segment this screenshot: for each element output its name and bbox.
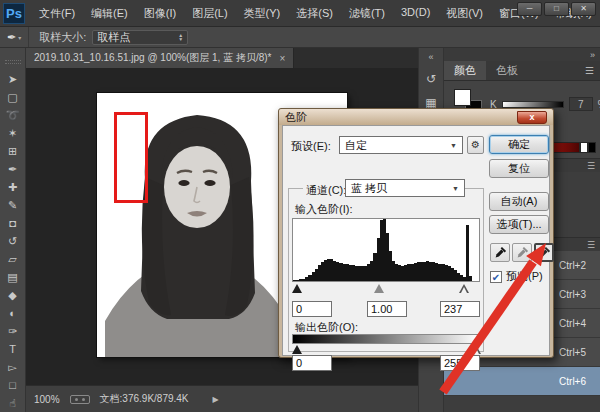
sample-size-select[interactable]: 取样点 ▲▼ — [92, 30, 188, 45]
output-white-field[interactable] — [440, 355, 480, 371]
panel-menu-icon[interactable]: ☰ — [585, 65, 594, 76]
dialog-close-button[interactable]: x — [517, 111, 547, 124]
expand-panels-icon[interactable]: » — [590, 50, 595, 60]
channel-shortcut-label: Ctrl+4 — [559, 318, 586, 329]
channel-select[interactable]: 蓝 拷贝▼ — [345, 179, 465, 197]
history-brush-tool[interactable]: ↺ — [2, 232, 24, 250]
sample-size-value: 取样点 — [97, 30, 130, 45]
eyedropper-black-icon — [494, 246, 507, 259]
preset-select[interactable]: 自定▼ — [339, 136, 463, 154]
magic-wand-tool[interactable]: ✶ — [2, 124, 24, 142]
collapse-panels-icon[interactable]: « — [428, 52, 433, 62]
k-value-field[interactable]: 7 — [569, 97, 593, 111]
input-black-field[interactable] — [292, 301, 332, 317]
document-tab[interactable]: 2019.10.31_10.16.51.jpg @ 100%(图层 1, 蓝 拷… — [26, 48, 294, 68]
menu-item[interactable]: 3D(D) — [393, 6, 438, 21]
channels-menu-icon[interactable]: ☰ — [587, 240, 595, 250]
document-title: 2019.10.31_10.16.51.jpg @ 100%(图层 1, 蓝 拷… — [34, 51, 272, 65]
menu-item[interactable]: 图层(L) — [184, 6, 235, 21]
input-gamma-field[interactable] — [367, 301, 407, 317]
menu-item[interactable]: 文件(F) — [31, 6, 83, 21]
ramp-white-swatch[interactable] — [580, 142, 588, 153]
path-select-tool[interactable]: ▻ — [2, 358, 24, 376]
type-tool[interactable]: T — [2, 340, 24, 358]
levels-dialog-titlebar[interactable]: 色阶 x — [279, 109, 553, 125]
panel-menu-icon[interactable]: ☰ — [587, 161, 595, 171]
output-gradient-bar — [292, 334, 480, 344]
eyedropper-tool[interactable]: ✒ — [2, 160, 24, 178]
pen-tool[interactable]: ✑ — [2, 322, 24, 340]
dialog-title: 色阶 — [285, 110, 307, 125]
marquee-tool[interactable]: ▢ — [2, 88, 24, 106]
preset-label: 预设(E): — [291, 139, 331, 154]
gradient-tool[interactable]: ▤ — [2, 268, 24, 286]
preview-checkbox[interactable]: ✔ — [490, 271, 502, 283]
preset-gear-button[interactable]: ⚙ — [467, 136, 484, 154]
input-white-field[interactable] — [440, 301, 480, 317]
status-expand-icon[interactable]: ▶ — [213, 395, 219, 404]
tab-color[interactable]: 颜色 — [444, 61, 486, 80]
brush-tool[interactable]: ✎ — [2, 196, 24, 214]
options-button[interactable]: 选项(T)... — [489, 215, 549, 234]
window-controls: ─□✕ — [517, 2, 596, 16]
blur-tool[interactable]: ◆ — [2, 286, 24, 304]
status-bar: 100% 文档:376.9K/879.4K ▶ — [26, 385, 418, 412]
channel-shortcut-label: Ctrl+2 — [559, 260, 586, 271]
preview-label: 预览(P) — [506, 269, 543, 284]
channel-shortcut-label: Ctrl+5 — [559, 347, 586, 358]
minimize-button[interactable]: ─ — [517, 2, 542, 16]
output-black-field[interactable] — [292, 355, 332, 371]
tool-list: ➤▢➰✶⊞✒✚✎◘↺▱▤◆◐✑T▻□☝ — [2, 70, 24, 412]
levels-dialog[interactable]: 色阶 x 预设(E): 自定▼ ⚙ 确定 复位 自动(A) 选项(T)... ✔… — [278, 108, 554, 358]
menu-item[interactable]: 滤镜(T) — [341, 6, 393, 21]
crop-tool[interactable]: ⊞ — [2, 142, 24, 160]
palette-grip[interactable] — [5, 60, 21, 64]
dodge-tool[interactable]: ◐ — [2, 304, 24, 322]
move-tool[interactable]: ➤ — [2, 70, 24, 88]
output-white-slider[interactable] — [471, 345, 481, 354]
healing-brush-tool[interactable]: ✚ — [2, 178, 24, 196]
black-point-eyedropper[interactable] — [490, 243, 510, 262]
channels-empty-area — [444, 396, 600, 412]
white-point-eyedropper[interactable] — [534, 243, 554, 262]
menu-item[interactable]: 图像(I) — [136, 6, 184, 21]
gray-point-eyedropper[interactable] — [512, 243, 532, 262]
ramp-black-swatch[interactable] — [588, 142, 596, 153]
reset-button[interactable]: 复位 — [489, 159, 549, 178]
document-tab-bar: 2019.10.31_10.16.51.jpg @ 100%(图层 1, 蓝 拷… — [26, 48, 418, 68]
scratch-disk-icon — [70, 395, 90, 404]
menu-item[interactable]: 类型(Y) — [236, 6, 289, 21]
input-white-slider[interactable] — [459, 284, 469, 293]
menu-item[interactable]: 视图(V) — [438, 6, 491, 21]
clone-stamp-tool[interactable]: ◘ — [2, 214, 24, 232]
tab-close-icon[interactable]: × — [280, 53, 286, 64]
current-tool-button[interactable]: ✒ ▾ — [0, 27, 29, 47]
menu-item[interactable]: 选择(S) — [288, 6, 341, 21]
red-rectangle-annotation — [114, 112, 148, 203]
menu-items: 文件(F)编辑(E)图像(I)图层(L)类型(Y)选择(S)滤镜(T)3D(D)… — [31, 6, 600, 21]
output-black-slider[interactable] — [292, 345, 302, 354]
channel-row[interactable]: Ctrl+6 — [444, 367, 600, 396]
maximize-button[interactable]: □ — [544, 2, 569, 16]
foreground-color-swatch[interactable] — [454, 89, 471, 106]
history-icon[interactable]: ↺ — [426, 72, 436, 86]
document-size-info: 文档:376.9K/879.4K — [100, 392, 189, 406]
shape-tool[interactable]: □ — [2, 376, 24, 394]
gear-icon: ⚙ — [471, 139, 480, 150]
channel-label: 通道(C): — [303, 183, 349, 198]
ok-button[interactable]: 确定 — [489, 135, 549, 154]
chevron-down-icon: ▾ — [18, 34, 21, 41]
tab-swatches[interactable]: 色板 — [486, 61, 528, 80]
input-black-slider[interactable] — [292, 284, 302, 293]
sample-size-label: 取样大小: — [39, 30, 86, 45]
histogram-bar — [466, 225, 469, 281]
zoom-level[interactable]: 100% — [34, 394, 60, 405]
input-gamma-slider[interactable] — [374, 284, 384, 293]
k-slider[interactable] — [502, 101, 564, 108]
menu-item[interactable]: 编辑(E) — [83, 6, 136, 21]
eraser-tool[interactable]: ▱ — [2, 250, 24, 268]
close-button[interactable]: ✕ — [571, 2, 596, 16]
lasso-tool[interactable]: ➰ — [2, 106, 24, 124]
hand-tool[interactable]: ☝ — [2, 394, 24, 412]
auto-button[interactable]: 自动(A) — [489, 192, 549, 211]
